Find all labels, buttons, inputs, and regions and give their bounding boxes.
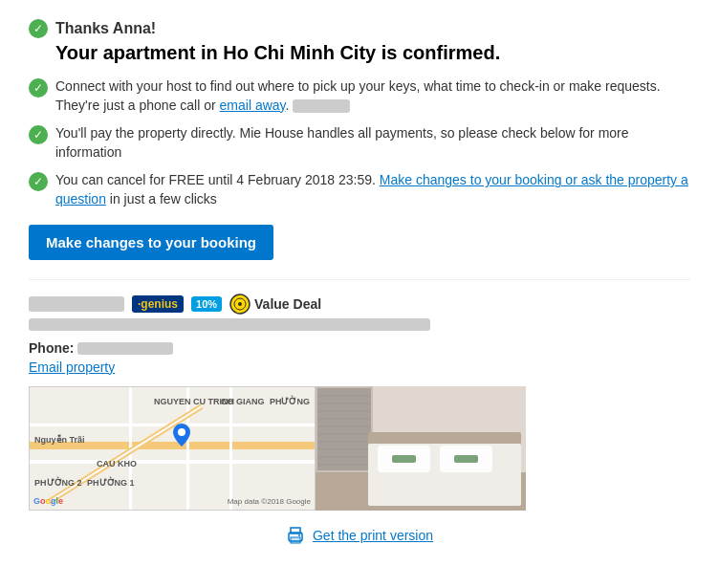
map-label: CAU KHO <box>97 459 137 468</box>
check-icon: ✓ <box>29 78 48 98</box>
confirmed-title: Your apartment in Ho Chi Minh City is co… <box>55 42 690 64</box>
map-pin <box>173 424 190 449</box>
header-section: ✓ Thanks Anna! Your apartment in Ho Chi … <box>29 19 690 64</box>
value-deal-container: Value Deal <box>229 294 321 315</box>
thanks-line: ✓ Thanks Anna! <box>29 19 690 38</box>
genius-text: ·genius <box>138 297 178 311</box>
list-item: ✓ You can cancel for FREE until 4 Februa… <box>29 171 690 208</box>
svg-point-32 <box>298 534 300 536</box>
value-deal-text: Value Deal <box>254 296 321 312</box>
map-background: NGUYEN CU TRINH CO GIANG PHƯỜNG CAU KHO … <box>30 387 315 510</box>
map-photo-row: NGUYEN CU TRINH CO GIANG PHƯỜNG CAU KHO … <box>29 386 690 511</box>
bullet-list: ✓ Connect with your host to find out whe… <box>29 77 690 209</box>
property-photo <box>316 386 526 511</box>
bullet-text-3: You can cancel for FREE until 4 February… <box>55 171 690 208</box>
svg-rect-24 <box>392 455 416 463</box>
map-label: CO GIANG <box>221 397 265 406</box>
genius-badge: ·genius <box>132 295 184 313</box>
make-changes-link[interactable]: Make changes to your booking or ask the … <box>55 172 688 207</box>
svg-rect-30 <box>291 537 300 543</box>
bullet-text-1: Connect with your host to find out where… <box>55 77 690 115</box>
property-section: ·genius 10% Value Deal Phone: Email prop… <box>29 279 690 375</box>
map-label: Nguyễn Trãi <box>34 435 85 445</box>
phone-line: Phone: <box>29 340 690 356</box>
property-name-blur <box>29 296 124 312</box>
phone-blur <box>77 342 173 355</box>
svg-point-2 <box>238 302 242 306</box>
print-link[interactable]: Get the print version <box>313 528 433 543</box>
list-item: ✓ Connect with your host to find out whe… <box>29 77 690 115</box>
google-logo: Google <box>33 496 63 506</box>
svg-point-5 <box>178 428 185 436</box>
check-icon: ✓ <box>29 172 48 191</box>
map-data-text: Map data ©2018 Google <box>228 497 311 506</box>
blurred-phone <box>293 99 350 113</box>
svg-rect-26 <box>454 455 478 463</box>
property-name-row: ·genius 10% Value Deal <box>29 294 690 315</box>
map-label: PHƯỜNG 2 <box>34 478 82 488</box>
phone-label: Phone: <box>29 340 74 356</box>
printer-icon <box>286 526 305 545</box>
footer-section: Get the print version <box>29 526 690 545</box>
make-changes-button[interactable]: Make changes to your booking <box>29 225 273 260</box>
list-item: ✓ You'll pay the property directly. Mie … <box>29 124 690 162</box>
value-deal-icon <box>229 294 251 315</box>
map-label: PHƯỜNG 1 <box>87 478 135 488</box>
email-away-link[interactable]: email away <box>220 98 286 113</box>
thanks-text: Thanks Anna! <box>55 20 156 37</box>
bedroom-svg <box>316 386 526 511</box>
email-property-link[interactable]: Email property <box>29 359 690 375</box>
pct-badge: 10% <box>191 296 222 312</box>
svg-rect-27 <box>368 432 521 444</box>
address-blur <box>29 318 430 331</box>
svg-rect-10 <box>317 388 371 470</box>
map-label: PHƯỜNG <box>270 397 310 406</box>
svg-line-4 <box>49 406 202 502</box>
check-icon: ✓ <box>29 125 48 144</box>
bullet-text-2: You'll pay the property directly. Mie Ho… <box>55 124 690 162</box>
map-container[interactable]: NGUYEN CU TRINH CO GIANG PHƯỜNG CAU KHO … <box>29 386 316 511</box>
check-icon: ✓ <box>29 19 48 38</box>
